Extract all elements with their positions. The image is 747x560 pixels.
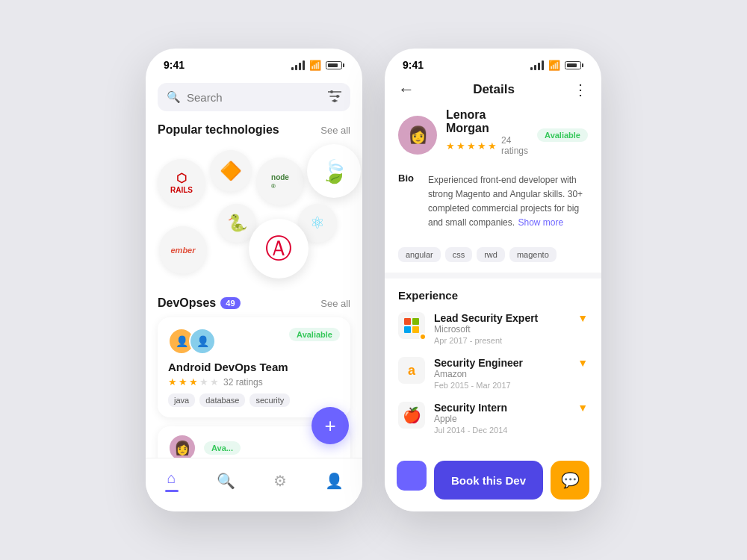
chat-button[interactable]: 💬	[551, 461, 589, 500]
avatar-2: 👤	[189, 328, 216, 355]
devops-card-1[interactable]: 👤 👤 Avaliable Android DevOps Team ★ ★ ★ …	[158, 317, 350, 417]
ember-label: ember	[170, 246, 195, 255]
node-bubble[interactable]: node®	[256, 158, 304, 205]
left-status-bar: 9:41 📶	[146, 49, 362, 77]
p-star-1: ★	[446, 140, 455, 152]
search-bar: 🔍	[158, 83, 350, 111]
exp-ms-role: Lead Security Expert	[434, 312, 568, 324]
show-more-text[interactable]: Show more	[518, 217, 564, 228]
card1-stars: ★ ★ ★ ★ ★ 32 ratings	[168, 376, 340, 388]
card1-name: Android DevOps Team	[168, 361, 340, 373]
nav-home-indicator	[165, 490, 179, 492]
bio-tag-rwd: rwd	[477, 247, 505, 262]
bottom-placeholder	[397, 461, 427, 491]
nav-settings[interactable]: ⚙	[273, 472, 287, 490]
card1-header: 👤 👤 Avaliable	[168, 328, 340, 355]
right-status-icons: 📶	[530, 60, 583, 71]
node-label: node®	[271, 173, 289, 190]
exp-amazon: a Security Engineer Amazon Feb 2015 - Ma…	[398, 357, 588, 390]
spring-bubble[interactable]: 🍃	[307, 144, 361, 198]
angular-bubble[interactable]: Ⓐ	[249, 219, 309, 279]
devopses-title: DevOpses	[158, 296, 216, 310]
profile-avatar: 👩	[398, 116, 437, 155]
experience-title: Experience	[398, 289, 588, 302]
ms-dot	[419, 333, 427, 340]
rails-label: ⬡RAILS	[170, 171, 193, 194]
nav-home[interactable]: ⌂	[165, 470, 179, 492]
exp-apple-date: Jul 2014 - Dec 2014	[434, 426, 568, 435]
exp-amz-info: Security Engineer Amazon Feb 2015 - Mar …	[434, 357, 568, 390]
profile-stars: ★ ★ ★ ★ ★ 24 ratings	[446, 135, 528, 156]
ember-bubble[interactable]: ember	[159, 226, 207, 274]
bio-tag-angular: angular	[398, 247, 441, 262]
star-3: ★	[189, 376, 198, 388]
apple-logo: 🍎	[398, 402, 425, 429]
star-5: ★	[210, 376, 219, 388]
svg-point-3	[330, 90, 333, 93]
rails-bubble[interactable]: ⬡RAILS	[158, 159, 205, 207]
left-status-icons: 📶	[291, 60, 344, 71]
exp-microsoft: Lead Security Expert Microsoft Apr 2017 …	[398, 312, 588, 345]
bio-row: Bio Experienced front-end developer with…	[398, 172, 588, 229]
search-icon: 🔍	[167, 90, 181, 104]
popular-tech-header: Popular technologies See all	[146, 120, 362, 144]
home-icon: ⌂	[167, 470, 176, 487]
star-4: ★	[199, 376, 208, 388]
p-star-5: ★	[488, 140, 497, 152]
exp-ms-company: Microsoft	[434, 324, 568, 335]
bio-tag-css: css	[445, 247, 473, 262]
magento-bubble[interactable]: 🔶	[210, 150, 252, 192]
filter-button[interactable]	[328, 90, 341, 105]
exp-apple-company: Apple	[434, 414, 568, 424]
right-time: 9:41	[403, 59, 424, 71]
bio-section: Bio Experienced front-end developer with…	[385, 172, 601, 247]
profile-info: Lenora Morgan ★ ★ ★ ★ ★ 24 ratings	[446, 108, 528, 162]
tech-grid: ⬡RAILS 🔶 node® 🍃 🐍 ⚛	[152, 144, 356, 293]
back-button[interactable]: ←	[398, 80, 415, 99]
nav-search[interactable]: 🔍	[217, 472, 235, 490]
exp-ms-info: Lead Security Expert Microsoft Apr 2017 …	[434, 312, 568, 345]
right-battery-icon	[565, 61, 583, 69]
settings-icon: ⚙	[273, 472, 287, 490]
spring-icon: 🍃	[320, 158, 348, 184]
profile-rating-count: 24 ratings	[501, 135, 528, 156]
battery-icon	[326, 61, 344, 69]
search-input[interactable]	[187, 91, 341, 104]
right-wifi-icon: 📶	[548, 60, 560, 71]
popular-tech-see-all[interactable]: See all	[320, 125, 350, 136]
exp-amz-role: Security Engineer	[434, 357, 568, 369]
more-button[interactable]: ⋮	[573, 81, 588, 99]
right-phone: 9:41 📶 ← Details	[385, 49, 601, 511]
fab-add-button[interactable]: +	[311, 407, 349, 444]
exp-apple-info: Security Intern Apple Jul 2014 - Dec 201…	[434, 402, 568, 435]
fab-plus-icon: +	[324, 414, 335, 438]
svg-point-5	[333, 99, 336, 102]
bio-tags: angular css rwd magento	[385, 247, 601, 273]
book-button[interactable]: Book this Dev	[434, 461, 543, 500]
star-2: ★	[179, 376, 187, 388]
nav-profile[interactable]: 👤	[325, 472, 344, 490]
amz-expand-icon[interactable]: ▼	[577, 357, 588, 369]
exp-amz-date: Feb 2015 - Mar 2017	[434, 381, 568, 390]
exp-apple-role: Security Intern	[434, 402, 568, 414]
card1-avatars: 👤 👤	[168, 328, 216, 355]
profile-section: 👩 Lenora Morgan ★ ★ ★ ★ ★ 24 ratings Ava…	[385, 108, 601, 172]
profile-available: Avaliable	[537, 128, 588, 142]
devopses-see-all[interactable]: See all	[320, 298, 350, 309]
devopses-header: DevOpses 49 See all	[146, 293, 362, 317]
bottom-nav: ⌂ 🔍 ⚙ 👤	[146, 458, 362, 511]
profile-name: Lenora Morgan	[446, 108, 528, 135]
tag-security: security	[249, 393, 290, 407]
exp-ms-date: Apr 2017 - present	[434, 336, 568, 345]
python-icon: 🐍	[227, 214, 247, 233]
ms-expand-icon[interactable]: ▼	[577, 312, 588, 324]
exp-amz-company: Amazon	[434, 369, 568, 379]
apple-expand-icon[interactable]: ▼	[577, 402, 588, 414]
chat-icon: 💬	[561, 471, 580, 489]
react-icon: ⚛	[310, 214, 325, 233]
bio-tag-magento: magento	[509, 247, 557, 262]
experience-section: Experience Lead Security Expert Microsof…	[385, 279, 601, 457]
angular-icon: Ⓐ	[265, 231, 292, 267]
signal-icon	[291, 60, 305, 70]
detail-bottom-bar: Book this Dev 💬	[385, 452, 601, 511]
